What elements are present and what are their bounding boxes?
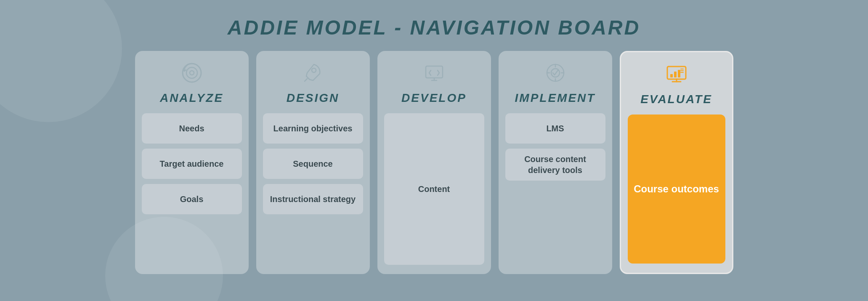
design-item-strategy[interactable]: Instructional strategy xyxy=(263,184,363,214)
design-item-objectives[interactable]: Learning objectives xyxy=(263,113,363,144)
columns-container: ANALYZE Needs Target audience Goals DESI… xyxy=(110,51,759,274)
analyze-icon xyxy=(179,60,204,85)
column-design: DESIGN Learning objectives Sequence Inst… xyxy=(256,51,370,274)
svg-rect-9 xyxy=(674,72,677,77)
svg-rect-8 xyxy=(670,74,673,77)
implement-item-lms[interactable]: LMS xyxy=(505,113,605,144)
analyze-item-goals[interactable]: Goals xyxy=(142,184,242,214)
analyze-title: ANALYZE xyxy=(160,91,223,105)
svg-point-1 xyxy=(186,67,197,78)
page-title: ADDIE MODEL - NAVIGATION BOARD xyxy=(228,16,640,39)
implement-icon xyxy=(543,60,568,85)
evaluate-item-outcomes[interactable]: Course outcomes xyxy=(628,115,725,264)
implement-title: IMPLEMENT xyxy=(515,91,596,105)
design-item-sequence[interactable]: Sequence xyxy=(263,149,363,179)
implement-item-tools[interactable]: Course content delivery tools xyxy=(505,149,605,181)
design-icon xyxy=(300,60,326,85)
column-develop: DEVELOP Content xyxy=(377,51,491,274)
svg-rect-4 xyxy=(426,66,443,78)
design-title: DESIGN xyxy=(287,91,339,105)
column-implement: IMPLEMENT LMS Course content delivery to… xyxy=(499,51,612,274)
analyze-item-target[interactable]: Target audience xyxy=(142,149,242,179)
analyze-item-needs[interactable]: Needs xyxy=(142,113,242,144)
column-analyze: ANALYZE Needs Target audience Goals xyxy=(135,51,249,274)
column-evaluate: EVALUATE Course outcomes xyxy=(620,51,733,274)
develop-title: DEVELOP xyxy=(401,91,467,105)
evaluate-title: EVALUATE xyxy=(640,93,712,106)
svg-rect-10 xyxy=(678,70,680,77)
svg-point-3 xyxy=(312,68,316,72)
develop-icon xyxy=(422,60,447,85)
evaluate-icon xyxy=(664,61,689,87)
develop-item-content[interactable]: Content xyxy=(384,113,484,265)
svg-point-2 xyxy=(190,71,194,75)
